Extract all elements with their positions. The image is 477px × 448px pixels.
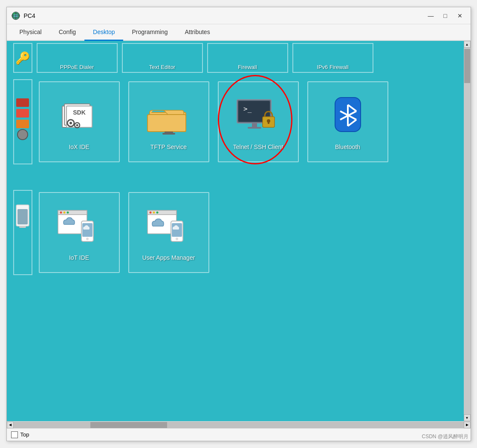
scroll-track [14,422,464,428]
app-pppoe-dialer[interactable]: PPPoE Dialer [37,43,118,73]
svg-text:SDK: SDK [73,109,86,116]
iox-ide-icon: SDK [56,93,103,140]
app-tftp-service[interactable]: TFTP Service [128,81,209,162]
svg-point-39 [60,212,62,214]
horizontal-scrollbar: ◀ ▶ [7,421,471,428]
svg-rect-38 [58,210,87,215]
app-telnet-ssh[interactable]: >_ Telnet / SSH Client [218,81,299,162]
app-pppoe-label: PPPoE Dialer [60,64,94,70]
partial-left-icon: 🔑 [13,43,32,73]
scroll-left-arrow[interactable]: ◀ [7,422,14,428]
iot-ide-label: IoT IDE [69,254,89,261]
svg-rect-43 [82,223,93,237]
svg-point-13 [69,122,72,124]
app-firewall[interactable]: Firewall [207,43,288,73]
vertical-scrollbar: ▲ ▼ [464,41,471,421]
app-user-apps[interactable]: User Apps Manager [128,192,209,273]
scroll-thumb[interactable] [464,49,470,83]
svg-rect-36 [19,226,26,228]
app-grid: 🔑 PPPoE Dialer Text Editor Firewall IPv6… [7,41,464,421]
window-controls: — □ ✕ [425,11,466,21]
maximize-button[interactable]: □ [439,11,452,21]
app-iot-ide[interactable]: IoT IDE [39,192,120,273]
svg-point-49 [156,212,158,214]
iox-ide-label: IoX IDE [69,144,89,150]
svg-rect-23 [252,123,257,127]
title-bar: PC4 — □ ✕ [7,7,471,24]
svg-rect-5 [16,109,29,118]
close-button[interactable]: ✕ [454,11,466,21]
svg-point-40 [63,212,65,214]
svg-point-47 [149,212,151,214]
user-apps-icon [145,204,192,251]
tab-desktop[interactable]: Desktop [84,24,123,41]
main-window: PC4 — □ ✕ Physical Config Desktop Progra… [6,7,471,441]
svg-rect-27 [268,121,269,124]
desktop-area: 🔑 PPPoE Dialer Text Editor Firewall IPv6… [7,41,471,421]
svg-rect-19 [162,133,175,135]
scroll-right-arrow[interactable]: ▶ [464,422,471,428]
user-apps-label: User Apps Manager [142,254,195,261]
watermark: CSDN @逍风醉明月 [422,433,468,440]
svg-rect-24 [248,127,261,129]
svg-point-44 [86,238,89,240]
scroll-up-arrow[interactable]: ▲ [464,41,471,48]
tab-programming[interactable]: Programming [123,24,176,41]
app-ipv6-label: IPv6 Firewall [317,64,348,70]
tab-attributes[interactable]: Attributes [176,24,219,41]
app-text-editor[interactable]: Text Editor [122,43,203,73]
scroll-down-arrow[interactable]: ▼ [464,414,471,421]
svg-point-41 [66,212,69,214]
svg-rect-51 [172,223,182,237]
app-iox-ide[interactable]: SDK IoX IDE [39,81,120,162]
svg-point-15 [76,124,78,126]
top-checkbox-area: Top [11,431,29,438]
svg-rect-35 [17,209,28,224]
svg-rect-6 [16,120,29,128]
minimize-button[interactable]: — [425,11,437,21]
tab-config[interactable]: Config [50,24,84,41]
bluetooth-label: Bluetooth [335,144,360,150]
telnet-ssh-icon: >_ [235,93,282,140]
window-title: PC4 [24,12,425,19]
svg-text:>_: >_ [243,105,252,113]
app-icon [11,11,20,20]
partial-left-2 [13,79,32,164]
spacer-row [7,169,464,186]
partial-left-3 [13,190,32,275]
telnet-ssh-label: Telnet / SSH Client [233,144,283,150]
iot-ide-icon [56,204,103,251]
top-checkbox[interactable] [11,431,18,438]
app-firewall-label: Firewall [238,64,257,70]
bottom-bar: Top [7,428,471,441]
tftp-label: TFTP Service [150,144,187,150]
svg-rect-46 [147,210,176,215]
app-ipv6-firewall[interactable]: IPv6 Firewall [292,43,373,73]
tftp-icon [145,93,192,140]
svg-point-7 [17,129,28,140]
svg-point-52 [176,238,178,240]
svg-point-48 [153,212,155,214]
top-checkbox-label: Top [20,431,29,438]
app-telnet-ssh-wrapper: >_ Telnet / SSH Client [216,79,301,164]
svg-rect-17 [147,115,186,132]
app-texteditor-label: Text Editor [149,64,175,70]
bluetooth-icon [324,93,371,140]
h-scroll-thumb[interactable] [90,422,167,428]
app-bluetooth[interactable]: Bluetooth [307,81,388,162]
svg-rect-4 [16,98,29,107]
tab-bar: Physical Config Desktop Programming Attr… [7,24,471,41]
tab-physical[interactable]: Physical [11,24,50,41]
